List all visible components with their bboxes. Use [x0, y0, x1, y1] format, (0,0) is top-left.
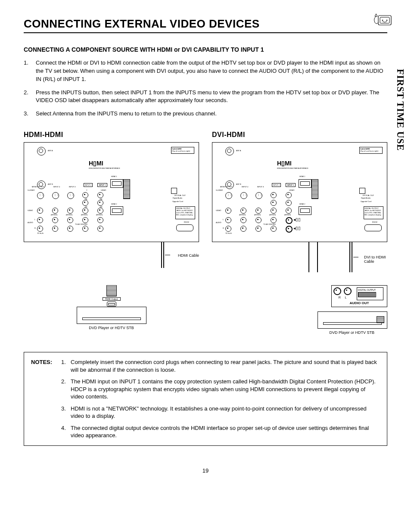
- service-note: DIGITAL OUTPUT JACK: for HDTV/DVC and a …: [175, 206, 195, 219]
- rear-panel-right: CableCARD(Top of card faces right) ANT A…: [212, 142, 387, 242]
- step-3: 3. Select Antenna from the INPUTS menu t…: [24, 110, 387, 118]
- page-number: 19: [24, 467, 387, 474]
- hdmi2-port: [110, 206, 123, 215]
- note-1: 1.Completely insert the connection cord …: [61, 358, 380, 373]
- diagram-hdmi-hdmi: HDMI-HDMI CableCARD(Top of card faces ri…: [24, 131, 199, 335]
- section-subheading: CONNECTING A COMPONENT SOURCE WITH HDMI …: [24, 46, 387, 53]
- setup-icon: [370, 12, 394, 28]
- svg-point-2: [382, 20, 383, 21]
- diagram-right-label: DVI-HDMI: [212, 131, 387, 139]
- instruction-steps: 1. Connect the HDMI or DVI to HDMI conne…: [24, 59, 387, 118]
- source-device-left: HDMI Output DVD Player or HDTV STB: [24, 285, 199, 330]
- diagram-left-label: HDMI-HDMI: [24, 131, 199, 139]
- hdmi-logo: H▯MI: [89, 160, 103, 167]
- notes-heading: NOTES:: [31, 358, 61, 439]
- hdmi-connector-icon: [123, 179, 130, 199]
- step-1: 1. Connect the HDMI or DVI to HDMI conne…: [24, 59, 387, 84]
- diagrams-row: HDMI-HDMI CableCARD(Top of card faces ri…: [24, 131, 387, 335]
- page-title: CONNECTING EXTERNAL VIDEO DEVICES: [24, 17, 387, 33]
- diagram-dvi-hdmi: DVI-HDMI CableCARD(Top of card faces rig…: [212, 131, 387, 335]
- dvi-cable-label: DVI to HDMI Cable: [364, 255, 390, 264]
- note-3: 3.HDMI is not a "NETWORK" technology. It…: [61, 405, 380, 420]
- note-4: 4.The connected digital output device co…: [61, 424, 380, 439]
- hdmi1-port: [110, 179, 123, 188]
- hdmi-cable-label: HDMI Cable: [178, 253, 199, 258]
- rear-panel-left: CableCARD(Top of card faces right) ANT A…: [24, 142, 199, 242]
- cablecard-slot: CableCARD(Top of card faces right): [171, 147, 194, 154]
- note-2: 2.The HDMI input on INPUT 1 contains the…: [61, 378, 380, 401]
- sidebar-section-label: FIRST TIME USE: [394, 69, 406, 151]
- digital-output-port: DIGITAL OUTPUT: [357, 287, 383, 300]
- notes-box: NOTES: 1.Completely insert the connectio…: [24, 352, 387, 446]
- source-device-right: DVD Player or HDTV STB: [212, 311, 387, 335]
- svg-point-3: [386, 20, 388, 21]
- step-2: 2. Press the INPUTS button, then select …: [24, 89, 387, 105]
- audio-out-panel: R L DIGITAL OUTPUT AUDIO OUT: [331, 285, 387, 307]
